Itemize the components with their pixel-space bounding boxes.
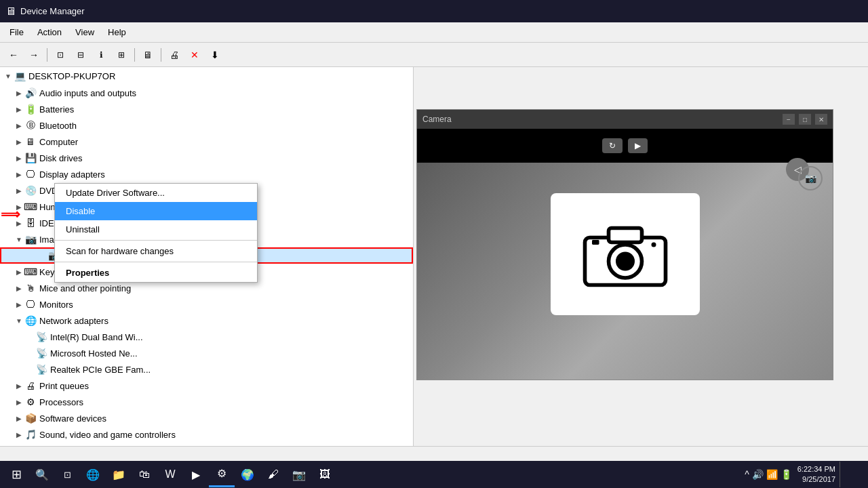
app-title: Device Manager: [20, 6, 85, 16]
context-menu: Update Driver Software... Disable ⟹ Unin…: [54, 183, 258, 283]
toolbar-monitor[interactable]: 🖥: [138, 46, 157, 64]
processors-label: Processors: [39, 397, 83, 407]
cam-close[interactable]: ✕: [815, 114, 827, 125]
root-icon: 💻: [14, 70, 26, 82]
toolbar-download[interactable]: ⬇: [205, 46, 224, 64]
tray-battery[interactable]: 🔋: [781, 469, 792, 480]
ctx-scan-hardware[interactable]: Scan for hardware changes: [55, 242, 257, 260]
taskbar-camera-app[interactable]: 📷: [286, 462, 312, 487]
svg-rect-4: [592, 240, 599, 245]
imaging-icon: 📷: [24, 233, 37, 245]
tray-network[interactable]: 📶: [766, 469, 778, 480]
network-chevron: [14, 315, 24, 326]
webcam-spacer: [37, 250, 47, 261]
tree-item-realtek[interactable]: 📡 Realtek PCIe GBE Fam...: [0, 361, 413, 378]
camera-svg-icon: [578, 217, 673, 291]
ctx-uninstall[interactable]: Uninstall: [55, 220, 257, 239]
taskbar-paint[interactable]: 🖌: [260, 462, 286, 487]
camera-content: ↻ ▶ ◁ 📷: [417, 129, 833, 380]
tree-item-computer[interactable]: 🖥 Computer: [0, 134, 413, 150]
menu-help[interactable]: Help: [101, 24, 133, 40]
toolbar-btn1[interactable]: ⊡: [51, 46, 70, 64]
root-chevron: [3, 70, 14, 81]
taskbar-word[interactable]: W: [157, 462, 183, 487]
taskbar-vlc[interactable]: ▶: [183, 462, 209, 487]
toolbar-btn4[interactable]: ⊞: [112, 46, 131, 64]
processors-icon: ⚙: [24, 396, 37, 408]
toolbar-back[interactable]: ←: [4, 46, 23, 64]
taskbar-taskview[interactable]: ⊡: [54, 462, 80, 487]
menu-file[interactable]: File: [3, 24, 31, 40]
tree-item-print[interactable]: 🖨 Print queues: [0, 378, 413, 394]
tree-item-intel[interactable]: 📡 Intel(R) Dual Band Wi...: [0, 329, 413, 345]
camera-top-bar: ↻ ▶: [417, 129, 833, 163]
camera-icon-container: [551, 193, 700, 315]
tree-item-bluetooth[interactable]: Ⓑ Bluetooth: [0, 117, 413, 134]
tree-item-display[interactable]: 🖵 Display adapters: [0, 166, 413, 182]
tree-item-sound[interactable]: 🎵 Sound, video and game controllers: [0, 426, 413, 443]
monitors-chevron: [14, 299, 24, 310]
imaging-chevron: [14, 234, 24, 245]
toolbar-delete[interactable]: ✕: [185, 46, 204, 64]
taskbar-clock[interactable]: 6:22:34 PM 9/25/2017: [797, 464, 840, 485]
camera-title-bar: Camera − □ ✕: [417, 110, 833, 129]
taskbar-search-button[interactable]: 🔍: [30, 462, 54, 487]
taskbar-devmgr[interactable]: ⚙: [209, 462, 235, 487]
red-arrow-disable: ⟹: [1, 206, 20, 222]
sound-chevron: [14, 429, 24, 440]
taskbar-store[interactable]: 🛍: [132, 462, 157, 487]
cam-side-circle[interactable]: 📷: [798, 166, 823, 190]
tree-item-monitors[interactable]: 🖵 Monitors: [0, 296, 413, 312]
app-icon: 🖥: [5, 5, 16, 18]
tray-expand[interactable]: ^: [745, 469, 749, 480]
tree-item-disk[interactable]: 💾 Disk drives: [0, 150, 413, 166]
mshosted-spacer: [24, 348, 35, 359]
cam-minimize[interactable]: −: [783, 114, 795, 125]
hid-icon: ⌨: [24, 201, 37, 213]
tray-volume[interactable]: 🔊: [752, 469, 764, 480]
toolbar-btn3[interactable]: ℹ: [92, 46, 111, 64]
disk-icon: 💾: [24, 152, 37, 164]
tree-item-network[interactable]: 🌐 Network adapters: [0, 312, 413, 329]
taskbar-photos[interactable]: 🖼: [312, 462, 338, 487]
cam-rotate-btn[interactable]: ↻: [602, 138, 623, 153]
ctx-disable[interactable]: Disable ⟹: [55, 202, 257, 220]
monitors-label: Monitors: [39, 300, 73, 310]
start-button[interactable]: ⊞: [3, 462, 30, 487]
toolbar-forward[interactable]: →: [24, 46, 43, 64]
audio-label: Audio inputs and outputs: [39, 88, 136, 98]
bluetooth-label: Bluetooth: [39, 121, 77, 131]
dvd-icon: 💿: [24, 184, 37, 197]
camera-window: Camera − □ ✕ ↻ ▶ ◁: [416, 109, 833, 380]
clock-time: 6:22:34 PM: [797, 464, 835, 474]
bluetooth-chevron: [14, 120, 24, 131]
batteries-label: Batteries: [39, 104, 74, 115]
computer-label: Computer: [39, 137, 78, 147]
tree-item-processors[interactable]: ⚙ Processors: [0, 394, 413, 410]
mshosted-label: Microsoft Hosted Ne...: [50, 348, 138, 359]
ctx-properties[interactable]: Properties: [55, 264, 257, 282]
computer-icon: 🖥: [24, 136, 37, 148]
title-bar: 🖥 Device Manager: [0, 0, 868, 22]
menu-view[interactable]: View: [68, 24, 101, 40]
ctx-update-driver[interactable]: Update Driver Software...: [55, 184, 257, 202]
tree-root[interactable]: 💻 DESKTOP-PKUP7OR: [0, 67, 413, 85]
toolbar-btn2[interactable]: ⊟: [71, 46, 90, 64]
toolbar-sep3: [161, 48, 161, 62]
menu-action[interactable]: Action: [31, 24, 68, 40]
network-icon: 🌐: [24, 314, 37, 327]
show-desktop-btn[interactable]: [840, 462, 865, 487]
network-label: Network adapters: [39, 316, 108, 326]
taskbar-chrome[interactable]: 🌍: [235, 462, 260, 487]
tree-item-batteries[interactable]: 🔋 Batteries: [0, 101, 413, 117]
cam-play-btn[interactable]: ▶: [628, 138, 648, 153]
tree-item-mshosted[interactable]: 📡 Microsoft Hosted Ne...: [0, 345, 413, 361]
realtek-spacer: [24, 364, 35, 375]
taskbar-edge[interactable]: 🌐: [80, 462, 106, 487]
tree-item-audio[interactable]: 🔊 Audio inputs and outputs: [0, 85, 413, 101]
taskbar-explorer[interactable]: 📁: [106, 462, 132, 487]
tree-item-software[interactable]: 📦 Software devices: [0, 410, 413, 426]
toolbar-print[interactable]: 🖨: [165, 46, 184, 64]
root-label: DESKTOP-PKUP7OR: [28, 71, 115, 81]
cam-maximize[interactable]: □: [799, 114, 811, 125]
